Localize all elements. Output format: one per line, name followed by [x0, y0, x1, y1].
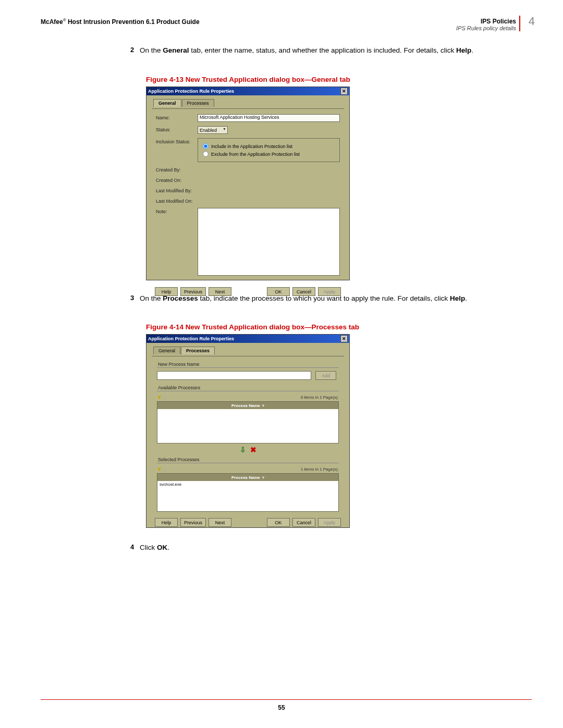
dialog-tabs: GeneralProcesses: [153, 98, 344, 108]
label-modified-on: Last Modified On:: [156, 198, 198, 204]
transfer-buttons: ⇩ ✖: [157, 443, 339, 456]
label-note: Note:: [156, 208, 198, 276]
step-text: On the Processes tab, indicate the proce…: [140, 294, 467, 302]
header-section: IPS Policies IPS Rules policy details: [456, 18, 516, 31]
step-2: 2 On the General tab, enter the name, st…: [140, 46, 525, 55]
label-inclusion: Inclusion Status:: [156, 138, 198, 144]
group-available: Available Processes: [158, 385, 339, 390]
tab-general[interactable]: General: [153, 99, 181, 107]
available-grid: Process Name▾: [157, 401, 339, 443]
clear-filter-icon[interactable]: ▽: [163, 467, 166, 472]
add-button[interactable]: Add: [315, 371, 336, 380]
add-selected-icon[interactable]: ⇩: [240, 446, 246, 454]
figure-caption-4-14: Figure 4-14 New Trusted Application dial…: [146, 323, 359, 331]
radio-include[interactable]: Include in the Application Protection li…: [202, 143, 335, 150]
label-modified-by: Last Modified By:: [156, 187, 198, 193]
tab-processes[interactable]: Processes: [182, 99, 214, 107]
filter-icon[interactable]: ▼: [157, 394, 162, 400]
group-new-process: New Process Name: [158, 362, 339, 367]
table-row[interactable]: svchost.exe: [157, 481, 338, 488]
filter-icon[interactable]: ▼: [157, 466, 162, 472]
step-number: 3: [130, 294, 134, 302]
label-created-by: Created By:: [156, 166, 198, 172]
available-toolbar: ▼▽ 0 items in 1 Page(s).: [157, 394, 339, 400]
grid-header[interactable]: Process Name▾: [157, 474, 338, 481]
note-field[interactable]: [198, 208, 340, 276]
step-number: 4: [130, 543, 134, 551]
group-selected: Selected Processes: [158, 457, 339, 462]
figure-caption-4-13: Figure 4-13 New Trusted Application dial…: [146, 76, 350, 83]
remove-selected-icon[interactable]: ✖: [250, 446, 256, 454]
selected-grid: Process Name▾ svchost.exe: [157, 473, 339, 512]
sort-icon: ▾: [262, 403, 264, 408]
dialog-titlebar: Application Protection Rule Properties ✕: [146, 87, 349, 95]
step-text: Click OK.: [140, 544, 169, 551]
previous-button[interactable]: Previous: [180, 518, 206, 527]
tab-processes[interactable]: Processes: [181, 347, 215, 354]
name-field[interactable]: Microsoft Application Hosting Services: [198, 114, 340, 122]
label-status: Status:: [156, 126, 198, 132]
available-pager: 0 items in 1 Page(s).: [301, 395, 339, 400]
page-number: 55: [0, 704, 563, 711]
chapter-number: 4: [529, 15, 535, 28]
next-button[interactable]: Next: [209, 518, 231, 527]
footer-rule: [41, 699, 532, 700]
dialog-title-text: Application Protection Rule Properties: [148, 87, 234, 95]
dialog-titlebar: Application Protection Rule Properties ✕: [146, 335, 349, 343]
selected-pager: 1 items in 1 Page(s).: [301, 467, 339, 472]
step-4: 4 Click OK.: [140, 543, 525, 552]
step-number: 2: [130, 46, 134, 54]
new-process-input[interactable]: [157, 371, 311, 380]
dialog-title-text: Application Protection Rule Properties: [148, 335, 234, 343]
cancel-button[interactable]: Cancel: [292, 518, 315, 527]
ok-button[interactable]: OK: [267, 518, 290, 527]
dialog-tabs: GeneralProcesses: [153, 346, 344, 355]
grid-header[interactable]: Process Name▾: [157, 402, 338, 409]
dialog-buttons: Help Previous Next OK Cancel Apply: [152, 514, 344, 531]
step-3: 3 On the Processes tab, indicate the pro…: [140, 294, 525, 303]
radio-exclude[interactable]: Exclude from the Application Protection …: [202, 151, 335, 157]
close-icon[interactable]: ✕: [340, 88, 348, 95]
label-created-on: Created On:: [156, 177, 198, 183]
selected-toolbar: ▼▽ 1 items in 1 Page(s).: [157, 466, 339, 472]
status-select[interactable]: Enabled: [198, 126, 228, 134]
available-grid-body: [157, 409, 338, 443]
close-icon[interactable]: ✕: [340, 335, 348, 342]
header-divider: [519, 16, 520, 31]
selected-grid-body: svchost.exe: [157, 481, 338, 511]
tab-general[interactable]: General: [153, 347, 180, 354]
clear-filter-icon[interactable]: ▽: [163, 396, 166, 400]
help-button[interactable]: Help: [155, 518, 178, 527]
header-product: McAfee® Host Intrusion Prevention 6.1 Pr…: [41, 18, 200, 26]
page-header: McAfee® Host Intrusion Prevention 6.1 Pr…: [41, 18, 532, 32]
dialog-processes: Application Protection Rule Properties ✕…: [146, 334, 350, 528]
dialog-general: Application Protection Rule Properties ✕…: [146, 87, 350, 280]
apply-button[interactable]: Apply: [318, 518, 341, 527]
inclusion-group: Include in the Application Protection li…: [198, 138, 340, 162]
sort-icon: ▾: [262, 475, 264, 480]
label-name: Name:: [156, 114, 198, 120]
step-text: On the General tab, enter the name, stat…: [140, 46, 473, 54]
